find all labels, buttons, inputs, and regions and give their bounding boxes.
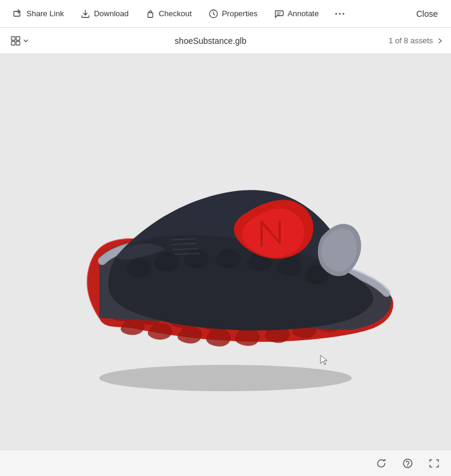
- svg-point-7: [339, 13, 341, 14]
- shoe-3d-view: [51, 96, 400, 408]
- shoe-container: [0, 54, 451, 450]
- download-button[interactable]: Download: [72, 0, 137, 27]
- properties-button[interactable]: Properties: [200, 0, 266, 27]
- main-toolbar: Share Link Download Checkout Properties …: [0, 0, 451, 28]
- more-options-button[interactable]: [327, 0, 352, 27]
- asset-navigation[interactable]: 1 of 8 assets: [388, 36, 444, 45]
- checkout-icon: [146, 9, 155, 19]
- checkout-label: Checkout: [159, 9, 192, 18]
- fullscreen-icon: [429, 458, 440, 469]
- svg-marker-18: [321, 355, 327, 365]
- svg-rect-10: [16, 37, 20, 40]
- svg-line-16: [173, 249, 198, 249]
- svg-rect-11: [11, 41, 15, 45]
- svg-rect-2: [148, 13, 153, 17]
- svg-rect-12: [16, 41, 20, 45]
- properties-label: Properties: [222, 9, 257, 18]
- share-icon: [13, 9, 23, 19]
- svg-rect-9: [11, 37, 15, 40]
- annotate-label: Annotate: [287, 9, 319, 18]
- main-view-area[interactable]: [0, 54, 451, 450]
- help-icon: [402, 458, 413, 469]
- close-button[interactable]: Close: [408, 0, 446, 27]
- share-label: Share Link: [26, 9, 64, 18]
- refresh-icon: [376, 458, 387, 469]
- refresh-button[interactable]: [373, 455, 390, 472]
- chevron-down-icon: [23, 38, 29, 44]
- svg-point-8: [343, 13, 345, 14]
- svg-point-6: [336, 13, 337, 14]
- view-toggle-button[interactable]: [7, 34, 32, 48]
- checkout-button[interactable]: Checkout: [137, 0, 200, 27]
- fullscreen-button[interactable]: [426, 455, 443, 472]
- asset-count: 1 of 8 assets: [388, 36, 433, 45]
- file-name: shoeSubstance.glb: [32, 36, 388, 46]
- help-button[interactable]: [399, 455, 416, 472]
- chevron-right-icon: [437, 37, 444, 44]
- share-link-button[interactable]: Share Link: [5, 0, 72, 27]
- sub-toolbar: shoeSubstance.glb 1 of 8 assets: [0, 28, 451, 54]
- annotate-icon: [274, 9, 284, 19]
- svg-point-13: [99, 365, 352, 391]
- download-label: Download: [94, 9, 129, 18]
- download-icon: [81, 9, 90, 19]
- svg-line-17: [174, 254, 200, 254]
- close-label: Close: [416, 9, 438, 19]
- bottom-toolbar: [0, 450, 451, 476]
- grid-view-icon: [11, 36, 20, 46]
- svg-point-20: [407, 465, 408, 466]
- more-icon: [334, 9, 345, 19]
- annotate-button[interactable]: Annotate: [266, 0, 327, 27]
- properties-icon: [209, 9, 218, 19]
